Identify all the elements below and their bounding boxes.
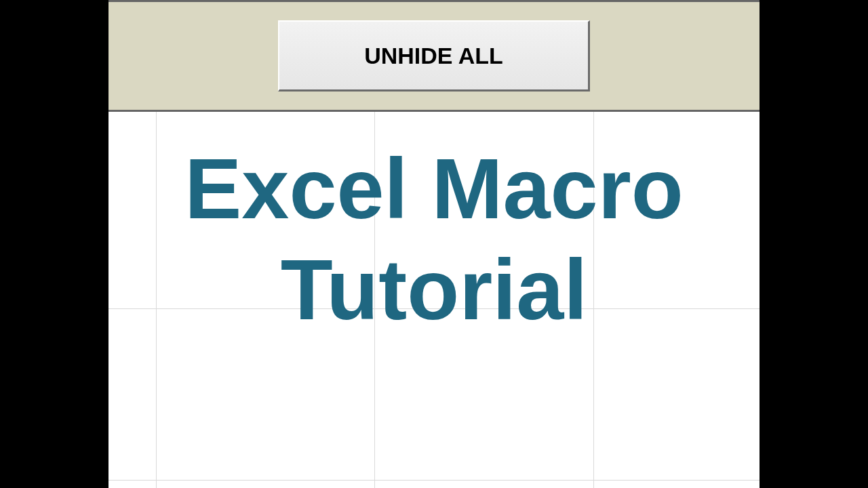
gridline-horizontal xyxy=(108,480,760,481)
title-line-2: Tutorial xyxy=(281,242,588,338)
title-line-1: Excel Macro xyxy=(184,141,683,237)
header-row: UNHIDE ALL xyxy=(108,0,760,112)
spreadsheet-view: UNHIDE ALL Excel Macro Tutorial xyxy=(108,0,760,488)
spreadsheet-grid[interactable]: Excel Macro Tutorial xyxy=(108,112,760,488)
letterbox-right xyxy=(760,0,868,488)
letterbox-left xyxy=(0,0,108,488)
unhide-all-button[interactable]: UNHIDE ALL xyxy=(278,20,590,92)
tutorial-title: Excel Macro Tutorial xyxy=(108,139,760,340)
